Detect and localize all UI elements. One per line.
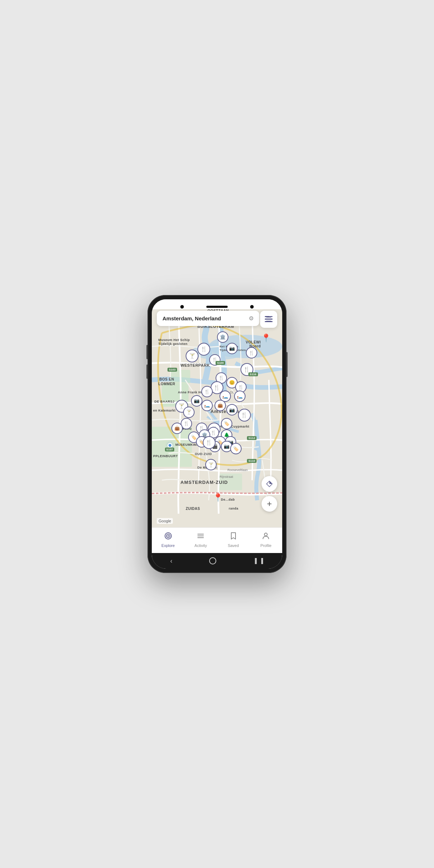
- profile-label: Profile: [260, 543, 272, 548]
- ppleinbuurt-label: PPLEINBUURT: [153, 454, 178, 458]
- search-bar[interactable]: Amsterdam, Nederland ⚙: [157, 311, 259, 326]
- oud-zuid-label: OUD-ZUID: [195, 452, 212, 456]
- svg-point-20: [264, 533, 267, 536]
- profile-icon: [262, 532, 270, 542]
- plus-icon: +: [267, 500, 272, 508]
- map-pin-food4[interactable]: 🍴: [246, 347, 257, 358]
- dab-label: De...dab: [221, 498, 235, 501]
- s112-badge: S112: [247, 436, 257, 440]
- system-navigation: ‹ ▐ ▐: [152, 553, 282, 569]
- list-icon: ☰: [266, 315, 272, 323]
- map-pin-drink4[interactable]: 🍸: [205, 459, 217, 470]
- map-pin-camera1[interactable]: 📷: [226, 343, 238, 354]
- home-button[interactable]: [209, 557, 216, 564]
- recent-button[interactable]: ▐ ▐: [253, 558, 264, 564]
- s110-badge: S110: [247, 459, 257, 463]
- map-pin-drink1[interactable]: 🍸: [186, 350, 198, 362]
- nav-saved[interactable]: Saved: [223, 532, 244, 548]
- add-button[interactable]: +: [262, 496, 277, 512]
- map-pin-bed3[interactable]: 🛏️: [201, 400, 213, 411]
- map-pin-bag2[interactable]: 👜: [171, 423, 183, 434]
- s100-badge: S100: [216, 361, 225, 365]
- camera-left: [180, 305, 184, 309]
- destination-pin[interactable]: 📍: [213, 493, 223, 502]
- volume-up-button[interactable]: [146, 345, 148, 359]
- museum-schip-label: Museum Het SchipTijdelijk gesloten: [158, 338, 190, 346]
- zuidas-label: ZUIDAS: [186, 507, 200, 511]
- westerpark-label: WESTERPARK: [181, 363, 210, 367]
- location-button[interactable]: [262, 476, 277, 492]
- bottom-navigation: Explore Activity Saved: [152, 527, 282, 553]
- map-pin-food1[interactable]: 🍴: [197, 343, 210, 356]
- dl-label: DL: [230, 391, 234, 394]
- activity-icon: [196, 532, 205, 542]
- saved-icon: [229, 532, 238, 542]
- volume-down-button[interactable]: [146, 365, 148, 379]
- explore-label: Explore: [161, 543, 175, 548]
- map-pin-marker1[interactable]: 🏛️: [217, 331, 228, 343]
- map-pin-tag5[interactable]: 🏷️: [230, 443, 242, 454]
- menu-button[interactable]: ☰: [260, 311, 277, 328]
- map-pin-drink3[interactable]: 🍸: [183, 407, 195, 418]
- location-text: Amsterdam, Nederland: [162, 315, 221, 321]
- saved-label: Saved: [228, 543, 239, 548]
- speaker: [206, 306, 228, 308]
- phone-device: Amstelka Rooseveltlaan Rijnstraat IJmuse…: [148, 295, 286, 573]
- nav-explore[interactable]: Explore: [157, 532, 179, 548]
- svg-point-16: [167, 535, 169, 537]
- power-button[interactable]: [286, 352, 288, 377]
- back-button[interactable]: ‹: [170, 557, 172, 565]
- map-pin-bag[interactable]: 👜: [215, 400, 226, 411]
- map-pin-tag1[interactable]: 🏷️: [221, 418, 232, 429]
- map-view[interactable]: Amstelka Rooseveltlaan Rijnstraat IJmuse…: [152, 299, 282, 527]
- map-pin-bed2[interactable]: 🛏️: [234, 391, 246, 402]
- rijnstraat-label: Rijnstraat: [219, 475, 233, 479]
- map-pin-food9[interactable]: 🍴: [238, 409, 251, 422]
- phone-screen: Amstelka Rooseveltlaan Rijnstraat IJmuse…: [152, 299, 282, 569]
- location-arrow-icon: [266, 480, 273, 487]
- katemarkt-label: en Katemarkt: [153, 409, 176, 412]
- filter-icon[interactable]: ⚙: [249, 315, 254, 322]
- google-logo: Google: [157, 518, 173, 524]
- black-marker-pin[interactable]: 📍: [261, 334, 271, 343]
- explore-icon: [164, 532, 172, 542]
- nav-profile[interactable]: Profile: [255, 532, 277, 548]
- s107-badge: S107: [165, 448, 175, 451]
- bos-lommer-label: BOS ENLOMMER: [158, 377, 175, 386]
- activity-label: Activity: [195, 543, 207, 548]
- camera-right: [250, 305, 254, 309]
- map-pin-camera2[interactable]: 📷: [191, 395, 202, 407]
- nav-activity[interactable]: Activity: [190, 532, 211, 548]
- amsterdam-zuid-label: AMSTERDAM-ZUID: [181, 480, 228, 485]
- s116-badge: S116: [248, 372, 258, 376]
- map-pin-camera3[interactable]: 📷: [226, 404, 238, 415]
- map-pin-food14[interactable]: 🍴: [203, 436, 216, 449]
- rooseveltlaan-label: Rooseveltlaan: [227, 468, 248, 472]
- de-baarsj-label: DE BAARSJ: [154, 400, 175, 403]
- randab-label: randa: [229, 507, 238, 510]
- s103-badge: S103: [167, 368, 177, 372]
